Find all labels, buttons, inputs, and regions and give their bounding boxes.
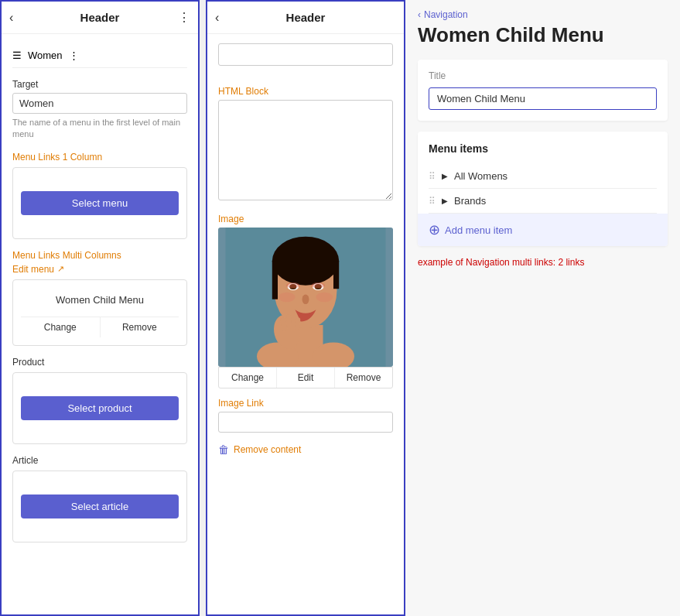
menu-item-row: ⠿ ▶ Brands bbox=[429, 189, 657, 214]
svg-point-15 bbox=[316, 293, 333, 303]
left-panel-body: ☰ Women ⋮ Target The name of a menu in t… bbox=[2, 34, 198, 614]
plus-circle-icon: ⊕ bbox=[429, 221, 440, 238]
image-change-button[interactable]: Change bbox=[219, 368, 277, 388]
menu-links-1col-label: Menu Links 1 Column bbox=[12, 152, 187, 163]
change-menu-button[interactable]: Change bbox=[21, 317, 101, 337]
image-edit-button[interactable]: Edit bbox=[277, 368, 335, 388]
middle-panel-title: Header bbox=[286, 11, 326, 24]
add-menu-item-label: Add menu item bbox=[445, 224, 512, 236]
trash-icon: 🗑 bbox=[218, 443, 229, 456]
external-link-icon: ↗ bbox=[57, 264, 64, 274]
nav-item-icon: ☰ bbox=[12, 50, 22, 61]
middle-back-arrow[interactable]: ‹ bbox=[215, 11, 219, 25]
product-label: Product bbox=[12, 357, 187, 368]
title-card: Title Women Child Menu bbox=[418, 60, 668, 121]
nav-item-row: ☰ Women ⋮ bbox=[12, 43, 187, 68]
nav-item-label: Women bbox=[28, 50, 63, 61]
drag-icon-1: ⠿ bbox=[429, 171, 436, 182]
target-hint: The name of a menu in the first level of… bbox=[12, 117, 187, 141]
middle-panel-header: ‹ Header bbox=[207, 2, 404, 34]
woman-image-svg bbox=[218, 228, 393, 367]
menu-items-card: Menu items ⠿ ▶ All Womens ⠿ ▶ Brands ⊕ A… bbox=[418, 132, 668, 246]
page-title: Women Child Menu bbox=[418, 23, 668, 47]
menu-links-multi-label: Menu Links Multi Columns bbox=[12, 250, 187, 261]
article-box: Select article bbox=[12, 471, 187, 542]
svg-point-5 bbox=[272, 237, 339, 286]
expand-icon-2[interactable]: ▶ bbox=[442, 197, 448, 205]
nav-item-dots[interactable]: ⋮ bbox=[69, 50, 79, 61]
example-text: example of Navigation multi links: 2 lin… bbox=[418, 257, 668, 268]
edit-menu-label: Edit menu bbox=[12, 264, 54, 275]
left-panel-header: ‹ Header ⋮ bbox=[2, 2, 198, 34]
svg-point-16 bbox=[302, 294, 309, 304]
drag-icon-2: ⠿ bbox=[429, 196, 436, 207]
left-panel-title: Header bbox=[80, 11, 120, 24]
svg-rect-6 bbox=[272, 261, 278, 299]
image-label: Image bbox=[218, 214, 393, 224]
article-content: Select article bbox=[21, 479, 179, 534]
middle-panel: ‹ Header HTML Block Image bbox=[206, 0, 405, 616]
image-actions: Change Edit Remove bbox=[218, 367, 393, 388]
svg-point-14 bbox=[278, 293, 296, 303]
image-link-label: Image Link bbox=[218, 398, 393, 409]
title-field-value[interactable]: Women Child Menu bbox=[429, 87, 657, 110]
middle-panel-body: HTML Block Image bbox=[207, 34, 404, 614]
target-input[interactable] bbox=[12, 93, 187, 114]
breadcrumb-label: Navigation bbox=[424, 9, 468, 20]
svg-rect-7 bbox=[333, 261, 339, 289]
image-preview bbox=[218, 228, 393, 367]
left-panel: ‹ Header ⋮ ☰ Women ⋮ Target The name of … bbox=[0, 0, 200, 616]
menu-items-title: Menu items bbox=[429, 142, 657, 155]
menu-links-1col-box: Select menu bbox=[12, 167, 187, 239]
svg-point-12 bbox=[286, 282, 300, 288]
select-article-button[interactable]: Select article bbox=[21, 495, 179, 518]
html-block-label: HTML Block bbox=[218, 86, 393, 97]
left-panel-dots[interactable]: ⋮ bbox=[178, 10, 190, 25]
menu-item-name-1: All Womens bbox=[454, 170, 507, 182]
html-block-textarea[interactable] bbox=[218, 100, 393, 200]
selected-menu-name: Women Child Menu bbox=[21, 288, 179, 312]
add-menu-item[interactable]: ⊕ Add menu item bbox=[418, 214, 668, 246]
left-back-arrow[interactable]: ‹ bbox=[9, 11, 13, 25]
select-menu-button[interactable]: Select menu bbox=[21, 191, 179, 215]
product-content: Select product bbox=[21, 381, 179, 436]
breadcrumb-chevron: ‹ bbox=[418, 9, 421, 20]
title-field-label: Title bbox=[429, 70, 657, 81]
menu-item-row: ⠿ ▶ All Womens bbox=[429, 164, 657, 189]
article-label: Article bbox=[12, 455, 187, 466]
image-link-input[interactable] bbox=[218, 412, 393, 433]
right-panel: ‹ Navigation Women Child Menu Title Wome… bbox=[405, 0, 680, 616]
image-remove-button[interactable]: Remove bbox=[335, 368, 392, 388]
menu-item-name-2: Brands bbox=[454, 195, 486, 207]
edit-menu-link[interactable]: Edit menu ↗ bbox=[12, 264, 187, 275]
expand-icon-1[interactable]: ▶ bbox=[442, 172, 448, 180]
remove-content[interactable]: 🗑 Remove content bbox=[218, 443, 393, 456]
menu-box-actions: Change Remove bbox=[21, 317, 179, 337]
breadcrumb[interactable]: ‹ Navigation bbox=[418, 0, 668, 23]
product-box: Select product bbox=[12, 372, 187, 444]
menu-links-1col-content: Select menu bbox=[21, 176, 179, 231]
target-label: Target bbox=[12, 79, 187, 90]
svg-point-13 bbox=[311, 282, 325, 288]
remove-menu-button[interactable]: Remove bbox=[101, 317, 179, 337]
select-product-button[interactable]: Select product bbox=[21, 396, 179, 420]
women-child-menu-box: Women Child Menu Change Remove bbox=[12, 279, 187, 346]
remove-content-label: Remove content bbox=[234, 444, 301, 455]
middle-top-input[interactable] bbox=[218, 43, 393, 66]
